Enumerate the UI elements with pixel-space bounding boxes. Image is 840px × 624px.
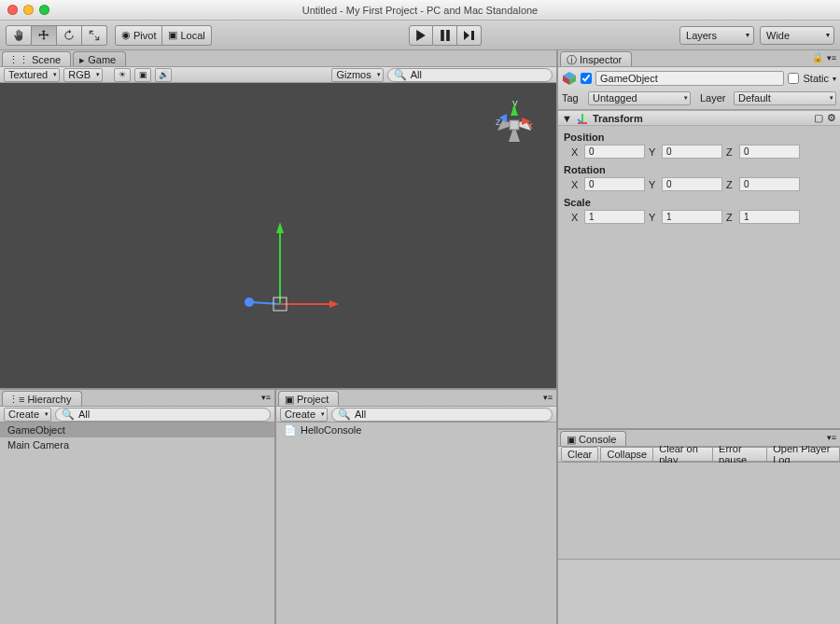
scene-fx-toggle[interactable]: ▣ xyxy=(134,68,151,82)
window-titlebar: Untitled - My First Project - PC and Mac… xyxy=(0,0,840,21)
gear-icon[interactable]: ⚙ xyxy=(827,112,836,124)
rendermode-dropdown[interactable]: RGB xyxy=(63,68,103,82)
layer-label: Layer xyxy=(700,92,730,104)
console-error-pause-button[interactable]: Error pause xyxy=(712,447,767,462)
script-icon: 📄 xyxy=(284,424,297,437)
main-toolbar: ◉Pivot ▣Local Layers Wide xyxy=(0,21,840,50)
panel-menu-icon[interactable]: ▾≡ xyxy=(827,433,836,442)
scale-z-field[interactable] xyxy=(739,210,800,224)
pivot-toggle-button[interactable]: ◉Pivot xyxy=(115,25,162,46)
transform-tool-group xyxy=(6,25,107,46)
hierarchy-panel: ⋮≡Hierarchy ▾≡ Create 🔍All GameObject Ma… xyxy=(0,390,276,624)
step-button[interactable] xyxy=(457,25,482,46)
console-clear-button[interactable]: Clear xyxy=(561,447,598,462)
rotation-y-field[interactable] xyxy=(662,177,722,191)
position-z-field[interactable] xyxy=(739,145,800,159)
position-label: Position xyxy=(564,132,834,143)
tab-console[interactable]: ▣Console xyxy=(560,431,626,446)
scene-viewport[interactable]: x y z xyxy=(0,83,556,388)
svg-point-5 xyxy=(245,298,254,307)
rotation-x-field[interactable] xyxy=(584,177,645,191)
layer-dropdown[interactable]: Default xyxy=(734,91,836,105)
panel-menu-icon[interactable]: ▾≡ xyxy=(543,393,553,402)
hierarchy-search[interactable]: 🔍All xyxy=(55,408,271,422)
svg-marker-1 xyxy=(276,222,284,233)
scene-audio-toggle[interactable]: 🔊 xyxy=(155,68,172,82)
static-dropdown-icon[interactable]: ▾ xyxy=(833,75,836,83)
console-icon: ▣ xyxy=(567,434,576,446)
hierarchy-create-dropdown[interactable]: Create xyxy=(4,408,51,422)
console-log-area[interactable] xyxy=(558,463,840,559)
static-label: Static xyxy=(803,73,829,84)
hierarchy-icon: ⋮≡ xyxy=(8,394,24,406)
tag-dropdown[interactable]: Untagged xyxy=(588,91,691,105)
gameobject-active-checkbox[interactable] xyxy=(581,73,592,84)
svg-marker-3 xyxy=(329,300,339,308)
game-icon: ▸ xyxy=(79,54,85,66)
gizmos-dropdown[interactable]: Gizmos xyxy=(331,68,383,82)
hierarchy-item[interactable]: GameObject xyxy=(0,423,274,437)
transform-icon xyxy=(576,112,589,125)
play-controls xyxy=(409,25,482,46)
transform-component-header[interactable]: ▼ Transform ▢ ⚙ xyxy=(558,110,840,126)
scene-toolbar: Textured RGB ☀ ▣ 🔊 Gizmos 🔍All xyxy=(0,66,556,83)
move-tool-button[interactable] xyxy=(32,25,57,46)
scale-x-field[interactable] xyxy=(584,210,645,224)
project-search[interactable]: 🔍All xyxy=(331,408,553,422)
search-icon: 🔍 xyxy=(62,409,75,421)
static-checkbox[interactable] xyxy=(788,73,799,84)
hierarchy-list[interactable]: GameObject Main Camera xyxy=(0,423,274,624)
inspector-panel: ⓘInspector 🔒 ▾≡ Static ▾ Tag Untagged La… xyxy=(558,50,840,428)
project-create-dropdown[interactable]: Create xyxy=(280,408,328,422)
info-icon: ⓘ xyxy=(567,53,577,67)
tab-project[interactable]: ▣Project xyxy=(278,391,339,406)
gameobject-icon xyxy=(562,71,577,86)
tab-inspector[interactable]: ⓘInspector xyxy=(560,51,632,66)
tab-scene[interactable]: ⋮⋮Scene xyxy=(2,51,71,66)
help-icon[interactable]: ▢ xyxy=(814,112,823,124)
hand-tool-button[interactable] xyxy=(6,25,32,46)
console-detail-area xyxy=(558,559,840,624)
console-panel: ▣Console ▾≡ Clear Collapse Clear on play… xyxy=(558,428,840,624)
gameobject-name-field[interactable] xyxy=(595,71,784,86)
rotate-tool-button[interactable] xyxy=(57,25,82,46)
scene-lighting-toggle[interactable]: ☀ xyxy=(114,68,131,82)
project-item[interactable]: 📄HelloConsole xyxy=(276,423,556,437)
scale-tool-button[interactable] xyxy=(82,25,107,46)
transform-title: Transform xyxy=(593,113,643,124)
transform-component-body: Position X Y Z Rotation X Y Z Scale X Y … xyxy=(558,126,840,233)
foldout-icon[interactable]: ▼ xyxy=(562,113,572,124)
shading-dropdown[interactable]: Textured xyxy=(4,68,60,82)
console-toolbar: Clear Collapse Clear on play Error pause… xyxy=(558,446,840,463)
local-toggle-button[interactable]: ▣Local xyxy=(162,25,211,46)
position-y-field[interactable] xyxy=(662,145,722,159)
tab-game[interactable]: ▸Game xyxy=(73,51,126,66)
panel-menu-icon[interactable]: ▾≡ xyxy=(827,53,836,62)
pause-button[interactable] xyxy=(433,25,457,46)
rotation-z-field[interactable] xyxy=(739,177,800,191)
svg-text:y: y xyxy=(512,97,518,108)
svg-line-4 xyxy=(251,302,280,304)
console-clear-on-play-button[interactable]: Clear on play xyxy=(652,447,713,462)
scale-y-field[interactable] xyxy=(662,210,722,224)
layout-dropdown[interactable]: Wide xyxy=(760,26,834,45)
scale-label: Scale xyxy=(564,197,834,208)
inspector-header: Static ▾ Tag Untagged Layer Default xyxy=(558,66,840,110)
hierarchy-item[interactable]: Main Camera xyxy=(0,437,274,452)
scene-search[interactable]: 🔍All xyxy=(387,68,553,82)
search-icon: 🔍 xyxy=(394,69,407,81)
tag-label: Tag xyxy=(562,92,584,104)
window-title: Untitled - My First Project - PC and Mac… xyxy=(0,5,840,16)
transform-gizmo[interactable] xyxy=(229,218,341,330)
position-x-field[interactable] xyxy=(584,145,645,159)
scene-icon: ⋮⋮ xyxy=(8,54,29,66)
console-open-player-log-button[interactable]: Open Player Log xyxy=(766,447,840,462)
console-collapse-button[interactable]: Collapse xyxy=(600,447,653,462)
view-gizmo[interactable]: x y z xyxy=(486,97,542,153)
lock-icon[interactable]: 🔒 xyxy=(812,52,823,62)
project-list[interactable]: 📄HelloConsole xyxy=(276,423,556,624)
play-button[interactable] xyxy=(409,25,433,46)
layers-dropdown[interactable]: Layers xyxy=(679,26,754,45)
panel-menu-icon[interactable]: ▾≡ xyxy=(261,393,271,402)
tab-hierarchy[interactable]: ⋮≡Hierarchy xyxy=(2,391,82,406)
